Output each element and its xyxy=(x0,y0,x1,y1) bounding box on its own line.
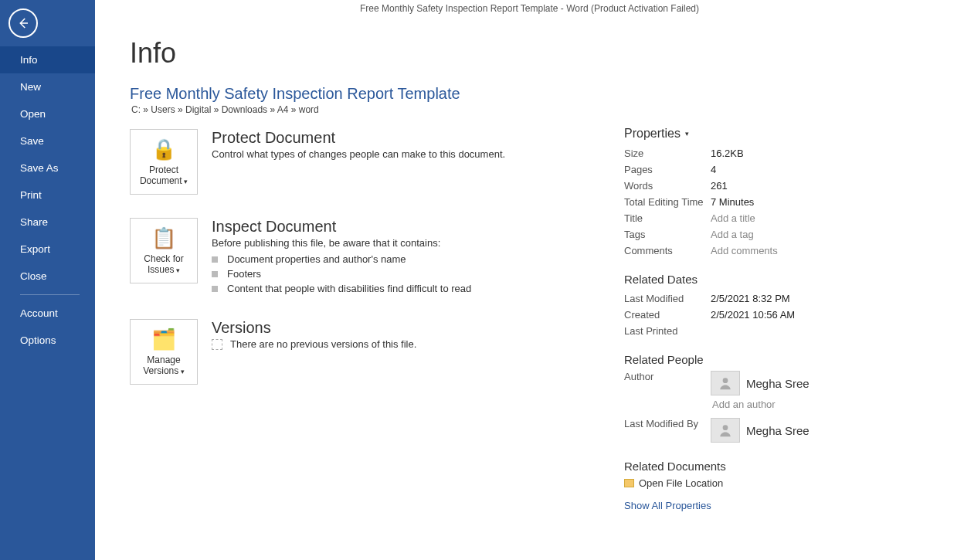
nav-new[interactable]: New xyxy=(0,73,95,100)
properties-dropdown[interactable]: Properties▾ xyxy=(624,127,894,141)
protect-desc: Control what types of changes people can… xyxy=(212,148,505,160)
inspect-heading: Inspect Document xyxy=(212,218,471,236)
inspect-text: Inspect Document Before publishing this … xyxy=(212,218,471,296)
list-item: Content that people with disabilities fi… xyxy=(212,281,471,296)
prop-size: Size16.2KB xyxy=(624,145,894,161)
svg-point-1 xyxy=(723,425,728,430)
author-person[interactable]: Megha Sree xyxy=(711,371,810,395)
window-titlebar: Free Monthly Safety Inspection Report Te… xyxy=(95,0,964,14)
bullet-icon xyxy=(212,256,218,263)
manage-versions-button[interactable]: 🗂️ ManageVersions ▾ xyxy=(130,319,198,385)
nav-save-as[interactable]: Save As xyxy=(0,154,95,182)
document-path: C: » Users » Digital » Downloads » A4 » … xyxy=(131,104,586,115)
tile-label: Check forIssues ▾ xyxy=(144,253,183,276)
date-last-printed: Last Printed xyxy=(624,323,894,339)
people-block: Author Megha Sree Add an author Last Mod… xyxy=(624,371,894,446)
chevron-down-icon: ▾ xyxy=(178,368,185,375)
date-created: Created2/5/2021 10:56 AM xyxy=(624,307,894,323)
nav-info[interactable]: Info xyxy=(0,46,95,73)
open-file-location[interactable]: Open File Location xyxy=(624,477,894,489)
add-title-field[interactable]: Add a title xyxy=(711,212,755,224)
back-arrow-icon xyxy=(8,8,38,38)
protect-section: 🔒 ProtectDocument ▾ Protect Document Con… xyxy=(130,129,586,195)
add-comments-field[interactable]: Add comments xyxy=(711,245,778,256)
nav-share[interactable]: Share xyxy=(0,209,95,236)
lock-icon: 🔒 xyxy=(151,137,176,161)
nav-save[interactable]: Save xyxy=(0,127,95,154)
right-column: Properties▾ Size16.2KB Pages4 Words261 T… xyxy=(624,37,894,511)
prop-comments: CommentsAdd comments xyxy=(624,243,894,259)
prop-tags: TagsAdd a tag xyxy=(624,226,894,243)
nav-divider xyxy=(20,294,80,295)
author-row: Author Megha Sree Add an author xyxy=(624,371,894,418)
folder-icon xyxy=(624,479,634,487)
bullet-icon xyxy=(212,286,218,292)
app-root: Info New Open Save Save As Print Share E… xyxy=(0,0,964,560)
inspect-section: 📋 Check forIssues ▾ Inspect Document Bef… xyxy=(130,218,586,296)
checklist-icon: 📋 xyxy=(151,226,176,250)
left-column: Info Free Monthly Safety Inspection Repo… xyxy=(130,37,586,511)
prop-editing-time: Total Editing Time7 Minutes xyxy=(624,194,894,210)
svg-point-0 xyxy=(723,378,728,383)
nav-options[interactable]: Options xyxy=(0,327,95,354)
backstage-sidebar: Info New Open Save Save As Print Share E… xyxy=(0,0,95,560)
nav-open[interactable]: Open xyxy=(0,100,95,127)
nav-account[interactable]: Account xyxy=(0,300,95,327)
chevron-down-icon: ▾ xyxy=(182,178,188,185)
last-modified-by-person[interactable]: Megha Sree xyxy=(711,418,810,443)
add-author-field[interactable]: Add an author xyxy=(712,399,810,410)
inspect-issues-list: Document properties and author's name Fo… xyxy=(212,252,471,296)
last-modified-by-name: Megha Sree xyxy=(746,424,810,437)
list-item: Document properties and author's name xyxy=(212,252,471,266)
related-dates-heading: Related Dates xyxy=(624,273,894,286)
protect-document-button[interactable]: 🔒 ProtectDocument ▾ xyxy=(130,129,198,195)
prop-pages: Pages4 xyxy=(624,161,894,178)
bullet-icon xyxy=(212,271,218,277)
main-panel: Info Free Monthly Safety Inspection Repo… xyxy=(95,14,964,535)
versions-icon: 🗂️ xyxy=(151,328,176,351)
nav-export[interactable]: Export xyxy=(0,236,95,263)
check-for-issues-button[interactable]: 📋 Check forIssues ▾ xyxy=(130,218,198,283)
empty-version-icon xyxy=(212,339,222,350)
date-last-modified: Last Modified2/5/2021 8:32 PM xyxy=(624,290,894,307)
protect-heading: Protect Document xyxy=(212,129,505,147)
tile-label: ManageVersions ▾ xyxy=(143,355,185,377)
avatar-icon xyxy=(711,371,740,395)
document-title: Free Monthly Safety Inspection Report Te… xyxy=(130,85,586,103)
protect-text: Protect Document Control what types of c… xyxy=(212,129,505,195)
page-title: Info xyxy=(130,37,586,70)
back-button[interactable] xyxy=(0,0,46,46)
chevron-down-icon: ▾ xyxy=(685,130,689,137)
related-people-heading: Related People xyxy=(624,353,894,366)
author-name: Megha Sree xyxy=(746,377,810,390)
avatar-icon xyxy=(711,418,740,443)
chevron-down-icon: ▾ xyxy=(175,266,181,274)
versions-heading: Versions xyxy=(212,319,416,337)
show-all-properties[interactable]: Show All Properties xyxy=(624,500,894,511)
versions-section: 🗂️ ManageVersions ▾ Versions There are n… xyxy=(130,319,586,385)
tile-label: ProtectDocument ▾ xyxy=(140,165,188,187)
inspect-desc: Before publishing this file, be aware th… xyxy=(212,237,471,249)
prop-title: TitleAdd a title xyxy=(624,210,894,226)
nav-close[interactable]: Close xyxy=(0,263,95,290)
add-tag-field[interactable]: Add a tag xyxy=(711,229,754,240)
versions-empty: There are no previous versions of this f… xyxy=(212,338,416,350)
related-documents-heading: Related Documents xyxy=(624,460,894,473)
prop-words: Words261 xyxy=(624,178,894,194)
list-item: Footers xyxy=(212,266,471,281)
versions-text: Versions There are no previous versions … xyxy=(212,319,416,385)
last-modified-by-row: Last Modified By Megha Sree xyxy=(624,418,894,446)
nav-print[interactable]: Print xyxy=(0,182,95,209)
content-area: Free Monthly Safety Inspection Report Te… xyxy=(95,0,964,560)
